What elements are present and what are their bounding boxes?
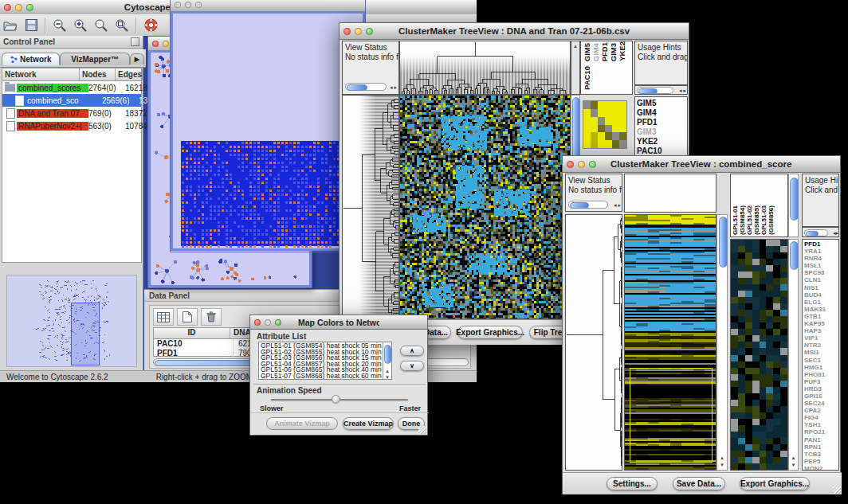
zoom-out-icon[interactable] (49, 17, 70, 34)
tv1-heatmap-canvas[interactable] (399, 95, 571, 319)
open-file-icon[interactable] (0, 17, 21, 34)
gene-label[interactable]: GPI16 (803, 393, 838, 400)
scroll-arrows[interactable]: ▾ (789, 462, 798, 467)
tv2-heatmap-vscrollbar[interactable]: ▴ ▾ (716, 214, 728, 471)
gene-label[interactable]: YSH1 (803, 421, 838, 428)
column-label[interactable]: GIM5 (583, 43, 591, 63)
close-button[interactable] (254, 319, 261, 326)
gene-label[interactable]: YRA1 (803, 248, 838, 255)
tv2-export-graphics-button[interactable]: Export Graphics... (740, 477, 810, 490)
network-view-2-titlebar[interactable] (171, 0, 365, 12)
gene-label[interactable]: MAK31 (803, 306, 838, 313)
attribute-list-vscrollbar[interactable]: ▴ ▾ (383, 342, 391, 380)
slider-thumb[interactable] (332, 395, 340, 404)
tv2-heatmap-canvas[interactable] (624, 214, 716, 471)
scroll-arrows[interactable]: ◂▸ (828, 230, 838, 236)
delete-attribute-trash-icon[interactable] (201, 308, 222, 326)
gene-label[interactable]: CLN1 (803, 276, 838, 283)
zoom-actual-icon[interactable] (91, 17, 112, 34)
close-button[interactable] (567, 161, 574, 168)
create-vizmap-button[interactable]: Create Vizmap (343, 417, 394, 430)
zoom-button[interactable] (366, 28, 373, 35)
gene-label[interactable]: MSL1 (803, 262, 838, 269)
tv2-status-hscrollbar[interactable] (568, 201, 608, 209)
minimize-button[interactable] (578, 161, 585, 168)
column-label[interactable]: YKE2 (618, 41, 626, 63)
gene-label[interactable]: RNR4 (803, 255, 838, 262)
close-button[interactable] (152, 41, 159, 47)
tv1-usage-hscrollbar[interactable] (637, 87, 673, 94)
gene-label[interactable]: PEP5 (803, 458, 838, 465)
network-table-header[interactable]: Network Nodes Edges (2, 68, 141, 81)
id-column-header[interactable]: ID (154, 328, 230, 338)
network-overview-panel[interactable] (6, 275, 137, 367)
gene-label[interactable]: TCB3 (803, 451, 838, 458)
gene-label[interactable]: SEC1 (803, 357, 838, 364)
gene-label[interactable]: HMG1 (803, 364, 838, 371)
close-button[interactable] (4, 4, 11, 11)
gene-label[interactable]: PFD1 (803, 240, 838, 248)
network-table-row[interactable]: RNAPuberNov2+| 563(0) 107847(0) (2, 119, 141, 132)
scroll-arrows[interactable]: ▴ (717, 455, 727, 460)
zoom-fit-icon[interactable] (112, 17, 132, 34)
animate-vizmap-button[interactable]: Animate Vizmap (266, 417, 338, 430)
gene-label[interactable]: SEC24 (803, 400, 838, 407)
move-up-button[interactable]: ∧ (400, 346, 424, 356)
minimize-button[interactable] (185, 2, 191, 8)
treeview2-titlebar[interactable]: ClusterMaker TreeView : combined_scores_… (563, 156, 840, 173)
zoom-button[interactable] (275, 319, 281, 326)
tv2-detail-vscrollbar[interactable]: ▴ ▾ (788, 239, 799, 471)
tv1-export-graphics-button[interactable]: Export Graphics... (457, 326, 523, 339)
gene-label[interactable]: RPN1 (803, 443, 838, 451)
column-label[interactable]: GIM4 (591, 43, 600, 63)
close-button[interactable] (344, 28, 351, 35)
tv1-status-hscrollbar[interactable] (345, 83, 387, 91)
treeview1-titlebar[interactable]: ClusterMaker TreeView : DNA and Tran 07-… (340, 23, 689, 40)
gene-label[interactable]: BUD4 (803, 291, 838, 299)
gene-label[interactable]: PUF3 (803, 378, 838, 385)
scroll-arrows[interactable]: ▴ (789, 455, 798, 460)
save-icon[interactable] (21, 17, 41, 34)
help-lifesaver-icon[interactable] (140, 17, 161, 34)
tv2-detail-heatmap[interactable] (730, 239, 788, 471)
scroll-arrows[interactable]: ▴ (383, 368, 391, 373)
gene-label[interactable]: ELG1 (803, 299, 838, 306)
gene-label[interactable]: KAP95 (803, 320, 838, 327)
close-button[interactable] (175, 2, 181, 8)
tv1-row-dendrogram[interactable] (342, 95, 399, 319)
scroll-arrows[interactable]: ▾ (383, 374, 391, 380)
tab-overflow-arrow[interactable]: ▶ (130, 53, 144, 64)
column-label[interactable]: GIM3 (609, 43, 618, 63)
network-table-row[interactable]: DNA and Tran 07 769(0) 183728(0) (2, 107, 141, 119)
zoom-button[interactable] (195, 2, 202, 8)
scroll-arrows[interactable]: ▴ (571, 43, 579, 49)
network-table-row[interactable]: combined_sco 2569(6) 13112(15) (2, 94, 141, 107)
tv1-column-dendrogram[interactable] (399, 41, 571, 95)
gene-label[interactable]: GIM4 (635, 108, 687, 118)
gene-label[interactable]: YKE2 (635, 137, 687, 147)
new-attribute-icon[interactable] (177, 308, 198, 326)
column-label[interactable]: PAC10 (583, 66, 591, 92)
gene-label[interactable]: HRD3 (803, 385, 838, 393)
column-label[interactable]: GPL51-03 (GSM856) (760, 174, 775, 236)
gene-label[interactable]: NIS1 (803, 284, 838, 291)
tab-vizmapper[interactable]: VizMapper™ (60, 53, 129, 65)
gene-label[interactable]: GIM5 (635, 99, 687, 108)
tv2-column-dendrogram[interactable] (624, 174, 716, 213)
scroll-arrows[interactable]: ◂ ▸ (676, 88, 686, 93)
zoom-button[interactable] (589, 161, 596, 168)
column-label[interactable]: PFD1 (600, 42, 609, 63)
gene-label[interactable]: GIM3 (635, 127, 687, 137)
gene-label[interactable]: SPC98 (803, 269, 838, 276)
minimize-button[interactable] (355, 28, 362, 35)
gene-label[interactable]: GTB1 (803, 313, 838, 320)
gene-label[interactable]: HAP3 (803, 327, 838, 334)
tv2-usage-hscrollbar[interactable] (804, 229, 828, 236)
scroll-arrows[interactable]: ◂ ▸ (610, 202, 621, 208)
gene-label[interactable]: PHO81 (803, 371, 838, 378)
tab-network[interactable]: Network (2, 53, 60, 65)
move-down-button[interactable]: ∨ (400, 361, 424, 371)
tv2-settings-button[interactable]: Settings... (607, 477, 658, 490)
gene-label[interactable]: PAN1 (803, 436, 838, 443)
tv2-labels-vscrollbar[interactable] (788, 174, 799, 237)
